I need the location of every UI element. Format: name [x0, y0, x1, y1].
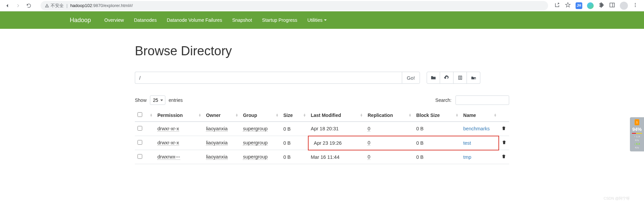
col-name[interactable]: Name▲▼: [461, 109, 499, 122]
cell-last-modified: Apr 18 20:31: [308, 122, 365, 136]
security-label: 不安全: [51, 3, 64, 9]
cell-permission[interactable]: drwxr-xr-x: [157, 140, 179, 146]
widget-badge: 1: [635, 119, 639, 125]
cell-size: 0 B: [281, 150, 308, 164]
cell-block-size: 0 B: [414, 136, 461, 150]
nav-snapshot[interactable]: Snapshot: [232, 17, 252, 23]
brand-logo[interactable]: Hadoop: [70, 17, 91, 24]
toolbar-buttons: [427, 72, 480, 84]
profile-avatar[interactable]: [620, 2, 628, 10]
nav-overview[interactable]: Overview: [104, 17, 124, 23]
cell-group[interactable]: supergroup: [243, 140, 267, 146]
cell-block-size: 0 B: [414, 122, 461, 136]
extension-jh-icon[interactable]: JH: [576, 2, 582, 9]
row-checkbox[interactable]: [138, 154, 142, 159]
col-block-size[interactable]: Block Size▲▼: [414, 109, 461, 122]
cell-last-modified: Apr 23 19:26: [308, 136, 365, 150]
entries-select[interactable]: 25: [150, 95, 165, 105]
side-panel-icon[interactable]: [609, 2, 615, 9]
table-row: drwxrwx--- liaoyanxia supergroup 0 B Mar…: [135, 150, 509, 164]
cell-owner[interactable]: liaoyanxia: [206, 126, 228, 132]
table-controls: Show 25 entries Search:: [135, 95, 509, 105]
cell-owner[interactable]: liaoyanxia: [206, 140, 228, 146]
cell-replication[interactable]: 0: [368, 140, 370, 146]
col-replication[interactable]: Replication▲▼: [365, 109, 414, 122]
cell-permission[interactable]: drwxr-xr-x: [157, 126, 179, 132]
row-checkbox[interactable]: [138, 140, 142, 145]
cell-size: 0 B: [281, 136, 308, 150]
upload-button[interactable]: [440, 72, 453, 84]
nav-utilities[interactable]: Utilities: [307, 17, 326, 23]
cell-name-link[interactable]: tmp: [463, 154, 471, 160]
entries-label: entries: [169, 97, 183, 103]
cell-size: 0 B: [281, 122, 308, 136]
forward-button[interactable]: [14, 2, 22, 10]
network-monitor-widget[interactable]: 1 94% ↑ 1.9 K/s ↓ 6.4 K/s: [630, 117, 644, 151]
cell-name-link[interactable]: benchmarks: [463, 126, 490, 131]
back-button[interactable]: [3, 2, 11, 10]
delete-button[interactable]: [502, 141, 506, 146]
col-size[interactable]: Size▲▼: [281, 109, 308, 122]
paste-button[interactable]: [467, 72, 480, 84]
cell-last-modified: Mar 16 11:44: [308, 150, 365, 164]
address-bar[interactable]: 不安全 | hadoop102:9870/explorer.html#/: [41, 1, 548, 10]
row-checkbox[interactable]: [138, 126, 142, 131]
nav-startup-progress[interactable]: Startup Progress: [262, 17, 297, 23]
extensions-icon[interactable]: [598, 2, 604, 9]
cell-permission[interactable]: drwxrwx---: [157, 154, 180, 160]
col-last-modified[interactable]: Last Modified▲▼: [308, 109, 365, 122]
svg-point-2: [635, 3, 636, 4]
hadoop-navbar: Hadoop Overview Datanodes Datanode Volum…: [0, 11, 644, 29]
svg-point-3: [635, 5, 636, 6]
delete-button[interactable]: [501, 155, 506, 160]
browser-toolbar: 不安全 | hadoop102:9870/explorer.html#/ JH: [0, 0, 644, 11]
extension-globe-icon[interactable]: [587, 2, 594, 9]
sort-checkbox-col[interactable]: ▲▼: [147, 109, 155, 122]
widget-up: ↑ 1.9: [631, 135, 643, 138]
col-owner[interactable]: Owner▲▼: [203, 109, 240, 122]
cell-replication[interactable]: 0: [368, 126, 370, 132]
url-separator: |: [66, 3, 67, 8]
chevron-down-icon: [324, 19, 327, 21]
page-title: Browse Directory: [135, 44, 509, 58]
path-toolbar: Go!: [135, 72, 509, 84]
nav-datanodes[interactable]: Datanodes: [134, 17, 157, 23]
menu-icon[interactable]: [633, 2, 638, 9]
path-input[interactable]: [135, 72, 402, 84]
url-text: hadoop102:9870/explorer.html#/: [70, 3, 132, 8]
directory-table: ▲▼ Permission▲▼ Owner▲▼ Group▲▼ Size▲▼ L…: [135, 109, 509, 164]
entries-control: Show 25 entries: [135, 95, 183, 105]
widget-down: ↓ 6.4: [631, 142, 643, 146]
nav-datanode-volume-failures[interactable]: Datanode Volume Failures: [167, 17, 222, 23]
cell-owner[interactable]: liaoyanxia: [206, 154, 228, 160]
search-label: Search:: [435, 97, 451, 103]
cell-block-size: 0 B: [414, 150, 461, 164]
share-icon[interactable]: [554, 2, 560, 9]
search-input[interactable]: [455, 95, 509, 105]
cell-name-link[interactable]: test: [463, 140, 471, 146]
delete-button[interactable]: [501, 127, 506, 132]
security-indicator[interactable]: 不安全: [45, 3, 64, 9]
svg-rect-0: [610, 3, 614, 7]
widget-pct: 94%: [631, 127, 643, 132]
col-permission[interactable]: Permission▲▼: [155, 109, 203, 122]
go-button[interactable]: Go!: [402, 72, 420, 84]
reload-button[interactable]: [25, 2, 33, 10]
search-control: Search:: [435, 95, 509, 105]
star-icon[interactable]: [565, 2, 571, 9]
select-all-checkbox[interactable]: [138, 112, 142, 117]
svg-point-4: [635, 6, 636, 7]
cell-group[interactable]: supergroup: [243, 126, 267, 132]
table-row: drwxr-xr-x liaoyanxia supergroup 0 B Apr…: [135, 122, 509, 136]
widget-bar: [632, 133, 642, 134]
cell-group[interactable]: supergroup: [243, 154, 267, 160]
cell-replication[interactable]: 0: [368, 154, 370, 160]
new-folder-button[interactable]: [427, 72, 440, 84]
col-group[interactable]: Group▲▼: [240, 109, 280, 122]
table-row: drwxr-xr-x liaoyanxia supergroup 0 B Apr…: [135, 136, 509, 150]
show-label: Show: [135, 97, 147, 103]
cut-button[interactable]: [453, 72, 467, 84]
